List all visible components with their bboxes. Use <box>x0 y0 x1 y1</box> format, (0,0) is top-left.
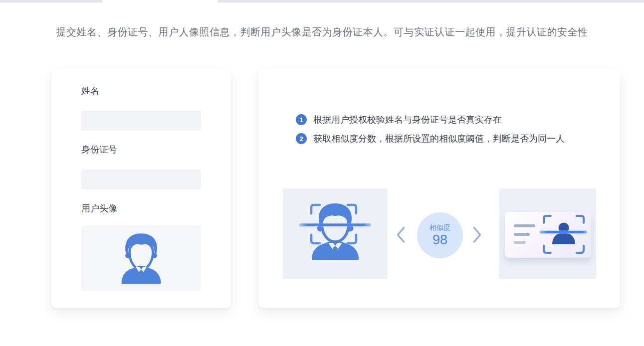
avatar-upload[interactable] <box>81 225 201 291</box>
step-item-2: 2 获取相似度分数，根据所设置的相似度阈值，判断是否为同一人 <box>296 133 565 144</box>
step-item-1: 1 根据用户授权校验姓名与身份证号是否真实存在 <box>296 114 565 125</box>
step-text: 根据用户授权校验姓名与身份证号是否真实存在 <box>313 114 502 125</box>
chevron-left-icon <box>396 227 405 243</box>
verification-form-card: 姓名 身份证号 用户头像 <box>51 69 231 308</box>
step-number-badge: 1 <box>296 114 307 125</box>
step-number-badge: 2 <box>296 133 307 144</box>
face-scan-illustration <box>283 188 388 279</box>
process-info-card: 1 根据用户授权校验姓名与身份证号是否真实存在 2 获取相似度分数，根据所设置的… <box>258 69 620 308</box>
tab-strip-inactive-right[interactable] <box>218 0 644 2</box>
id-card-illustration <box>499 188 596 279</box>
tab-strip-inactive-left[interactable] <box>0 0 102 2</box>
similarity-label: 相似度 <box>429 223 450 231</box>
user-avatar-icon <box>119 232 164 284</box>
similarity-badge: 相似度 98 <box>417 212 463 258</box>
name-input[interactable] <box>81 111 201 131</box>
name-label: 姓名 <box>81 86 201 96</box>
chevron-right-icon <box>473 227 482 243</box>
tab-strip <box>0 0 644 2</box>
id-card-icon <box>499 188 596 279</box>
avatar-label: 用户头像 <box>81 203 201 213</box>
id-number-label: 身份证号 <box>81 145 201 155</box>
step-text: 获取相似度分数，根据所设置的相似度阈值，判断是否为同一人 <box>313 133 565 144</box>
page-description: 提交姓名、身份证号、用户人像照信息，判断用户头像是否为身份证本人。可与实证认证一… <box>0 25 644 39</box>
tab-strip-active <box>102 0 218 2</box>
id-number-input[interactable] <box>81 170 201 189</box>
face-scan-icon <box>283 188 388 279</box>
similarity-score: 98 <box>432 232 447 247</box>
steps-list: 1 根据用户授权校验姓名与身份证号是否真实存在 2 获取相似度分数，根据所设置的… <box>296 114 565 144</box>
